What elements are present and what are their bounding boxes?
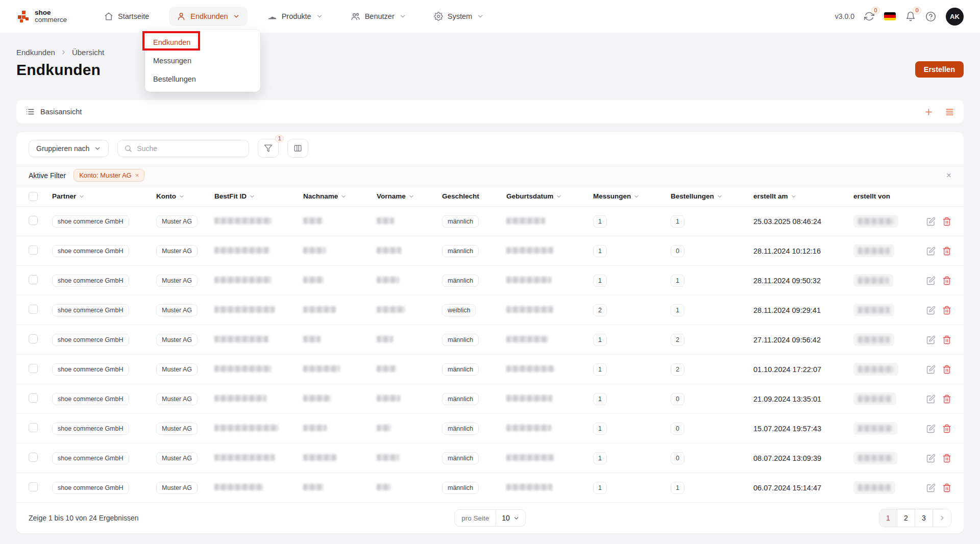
users-icon bbox=[351, 12, 360, 21]
user-avatar[interactable]: AK bbox=[946, 8, 964, 26]
row-checkbox[interactable] bbox=[29, 364, 38, 373]
messungen-count: 1 bbox=[593, 393, 607, 405]
col-geburtsdatum[interactable]: Geburtsdatum bbox=[506, 192, 593, 200]
edit-row-button[interactable] bbox=[926, 454, 936, 463]
delete-row-button[interactable] bbox=[942, 365, 951, 374]
next-page-button[interactable] bbox=[933, 509, 951, 527]
row-checkbox[interactable] bbox=[29, 334, 38, 343]
row-checkbox[interactable] bbox=[29, 453, 38, 462]
delete-row-button[interactable] bbox=[942, 454, 951, 463]
geburtsdatum-redacted bbox=[506, 365, 554, 372]
delete-row-button[interactable] bbox=[942, 306, 951, 315]
edit-row-button[interactable] bbox=[926, 306, 936, 315]
per-page-value: 10 bbox=[502, 514, 510, 522]
table-row: shoe commerce GmbH Muster AG männlich 1 … bbox=[16, 473, 964, 503]
columns-button[interactable] bbox=[287, 139, 308, 158]
col-erstellt-am[interactable]: erstellt am bbox=[753, 192, 853, 200]
col-nachname[interactable]: Nachname bbox=[303, 192, 377, 200]
messungen-count: 1 bbox=[593, 482, 607, 494]
col-messungen[interactable]: Messungen bbox=[593, 192, 671, 200]
nav-item-benutzer[interactable]: Benutzer bbox=[343, 7, 414, 27]
create-button[interactable]: Erstellen bbox=[915, 61, 964, 78]
page-button-3[interactable]: 3 bbox=[915, 509, 933, 527]
dropdown-item-endkunden[interactable]: Endkunden bbox=[145, 33, 260, 52]
nav-item-endkunden[interactable]: Endkunden bbox=[169, 7, 247, 26]
nav-item-startseite[interactable]: Startseite bbox=[96, 7, 157, 26]
dropdown-item-bestellungen[interactable]: Bestellungen bbox=[145, 70, 260, 88]
vorname-redacted bbox=[377, 484, 391, 490]
delete-row-button[interactable] bbox=[942, 335, 951, 344]
chevron-down-icon bbox=[94, 145, 101, 152]
search-input[interactable] bbox=[137, 144, 242, 153]
edit-row-button[interactable] bbox=[926, 276, 936, 285]
select-all-checkbox[interactable] bbox=[29, 192, 38, 201]
per-page-select[interactable]: 10 bbox=[496, 510, 525, 526]
filter-chip-label: Konto: Muster AG bbox=[79, 171, 132, 179]
row-checkbox[interactable] bbox=[29, 216, 38, 225]
erstellt-von-redacted bbox=[853, 274, 893, 287]
row-checkbox[interactable] bbox=[29, 275, 38, 284]
view-name[interactable]: Basisansicht bbox=[40, 108, 82, 116]
pencil-icon bbox=[926, 424, 936, 433]
chevron-down-icon bbox=[477, 13, 484, 20]
nav-item-produkte[interactable]: Produkte bbox=[260, 7, 331, 27]
partner-badge: shoe commerce GmbH bbox=[52, 452, 129, 464]
geburtsdatum-redacted bbox=[506, 454, 554, 461]
geburtsdatum-redacted bbox=[506, 425, 551, 431]
delete-row-button[interactable] bbox=[942, 246, 951, 256]
group-by-button[interactable]: Gruppieren nach bbox=[29, 140, 109, 157]
chip-close-icon[interactable]: × bbox=[135, 171, 139, 179]
view-list-button[interactable] bbox=[945, 107, 954, 117]
col-bestellungen[interactable]: Bestellungen bbox=[671, 192, 753, 200]
edit-row-button[interactable] bbox=[926, 424, 936, 433]
add-view-button[interactable] bbox=[924, 107, 934, 117]
user-icon bbox=[177, 12, 186, 21]
edit-row-button[interactable] bbox=[926, 246, 936, 256]
col-geschlecht[interactable]: Geschlecht bbox=[442, 192, 506, 200]
filter-button[interactable]: 1 bbox=[258, 139, 279, 158]
row-checkbox[interactable] bbox=[29, 423, 38, 432]
endkunden-dropdown-menu: Endkunden Messungen Bestellungen bbox=[145, 30, 260, 92]
page-button-1[interactable]: 1 bbox=[879, 509, 897, 527]
konto-badge: Muster AG bbox=[156, 423, 198, 435]
geschlecht-badge: männlich bbox=[442, 245, 479, 257]
col-konto[interactable]: Konto bbox=[156, 192, 214, 200]
breadcrumb-uebersicht[interactable]: Übersicht bbox=[72, 48, 104, 57]
sync-button[interactable]: 0 bbox=[864, 11, 874, 21]
dropdown-item-messungen[interactable]: Messungen bbox=[145, 52, 260, 70]
notifications-button[interactable]: 0 bbox=[905, 11, 916, 21]
partner-badge: shoe commerce GmbH bbox=[52, 304, 129, 316]
edit-row-button[interactable] bbox=[926, 394, 936, 404]
page-button-2[interactable]: 2 bbox=[897, 509, 915, 527]
nav-item-system[interactable]: System bbox=[426, 7, 492, 26]
filter-chip-konto[interactable]: Konto: Muster AG × bbox=[74, 169, 144, 182]
messungen-count: 2 bbox=[593, 304, 607, 316]
delete-row-button[interactable] bbox=[942, 424, 951, 433]
col-vorname[interactable]: Vorname bbox=[377, 192, 442, 200]
app-logo[interactable]: shoe commerce bbox=[16, 9, 67, 23]
breadcrumb-endkunden[interactable]: Endkunden bbox=[16, 48, 55, 57]
row-checkbox[interactable] bbox=[29, 245, 38, 255]
delete-row-button[interactable] bbox=[942, 276, 951, 285]
row-checkbox[interactable] bbox=[29, 482, 38, 491]
nav-label: Endkunden bbox=[190, 12, 228, 20]
clear-filters-icon[interactable]: × bbox=[946, 171, 951, 180]
geburtsdatum-redacted bbox=[506, 217, 545, 224]
nachname-redacted bbox=[303, 277, 324, 283]
delete-row-button[interactable] bbox=[942, 394, 951, 404]
edit-row-button[interactable] bbox=[926, 365, 936, 374]
bestellungen-count: 1 bbox=[671, 215, 684, 228]
edit-row-button[interactable] bbox=[926, 217, 936, 226]
table-row: shoe commerce GmbH Muster AG männlich 1 … bbox=[16, 355, 964, 384]
delete-row-button[interactable] bbox=[942, 483, 951, 492]
edit-row-button[interactable] bbox=[926, 483, 936, 492]
german-flag-icon[interactable] bbox=[884, 12, 896, 20]
delete-row-button[interactable] bbox=[942, 217, 951, 226]
row-checkbox[interactable] bbox=[29, 305, 38, 314]
edit-row-button[interactable] bbox=[926, 335, 936, 344]
col-bestfit-id[interactable]: BestFit ID bbox=[214, 192, 303, 200]
col-partner[interactable]: Partner bbox=[52, 192, 156, 200]
help-button[interactable] bbox=[925, 11, 936, 22]
chevron-down-icon bbox=[233, 13, 240, 20]
row-checkbox[interactable] bbox=[29, 393, 38, 403]
